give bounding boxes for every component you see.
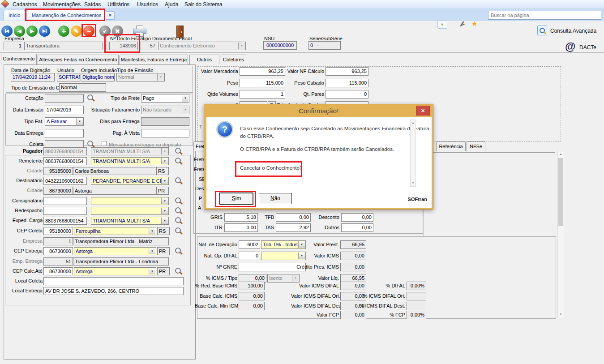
consignatario-dropdown[interactable]: ▼ [91, 197, 169, 205]
consignatario-code-field[interactable] [43, 197, 87, 205]
annotation-box-question [235, 161, 302, 177]
close-tab-icon[interactable]: ✖ [106, 11, 115, 20]
tipo-fat-dropdown[interactable]: A Faturar▼ [45, 117, 84, 126]
scroll-down-icon[interactable]: ▼ [410, 180, 416, 186]
exped-carga-dropdown[interactable]: TRAMONTINA MULTI S/A▼ [91, 217, 169, 225]
scroll-up-icon[interactable]: ▲ [410, 120, 416, 126]
cep-entrega-field[interactable]: 86730000 [43, 247, 73, 255]
empresa-dropdown[interactable]: Transportadora▼ [24, 42, 110, 50]
scroll-down-icon[interactable]: ▼ [558, 312, 564, 317]
tas-field[interactable]: 2,92 [276, 223, 311, 232]
chevron-down-icon: ▼ [161, 158, 168, 164]
search-icon[interactable] [174, 197, 183, 206]
dacte-icon[interactable]: @ [565, 40, 575, 53]
last-record-button[interactable]: ▶ [39, 26, 50, 37]
cep-entrega-uf: PR [157, 247, 170, 255]
local-coleta-field[interactable] [43, 277, 184, 285]
search-icon[interactable] [174, 176, 183, 185]
data-entrega-field[interactable] [45, 129, 84, 137]
nat-operacao-code-field[interactable]: 6002 [239, 240, 260, 249]
search-icon[interactable] [174, 147, 183, 156]
search-icon[interactable] [174, 227, 183, 236]
pagador-dropdown[interactable]: TRAMONTINA MULTI S/A▼ [91, 147, 169, 155]
close-icon[interactable]: ✕ [416, 106, 430, 116]
desconto-label: Desconto [313, 213, 339, 222]
peso-cubado-field[interactable]: 115,000 [326, 79, 368, 87]
tipo-doc-dropdown[interactable]: Conhecimento Eletronico▼ [158, 42, 246, 50]
pag-vista-field[interactable] [141, 129, 189, 137]
pin-icon[interactable] [459, 21, 465, 28]
menu-sair[interactable]: Sair do Sistema [184, 1, 223, 8]
advanced-search-icon[interactable] [537, 26, 547, 35]
tab-coletores[interactable]: Coletores [221, 55, 246, 64]
base-calc-min-icms-field: 0,00 [239, 302, 265, 310]
redespacho-dropdown[interactable]: ▼ [91, 207, 169, 215]
tab-conhecimento[interactable]: Conhecimento [1, 54, 37, 64]
nat-difal-code-field[interactable]: 0 [239, 252, 260, 260]
menu-cadastros[interactable]: Cadastros [13, 1, 37, 8]
star-icon[interactable]: ★ [471, 20, 477, 28]
exped-carga-code-field[interactable]: 88037668000154 [43, 217, 87, 225]
search-icon[interactable] [174, 216, 183, 225]
cotacao-label: Cotação [1, 94, 43, 103]
no-button[interactable]: Não [259, 193, 292, 204]
emp-entrega-label: Emp. Entrega [1, 257, 43, 266]
tab-referencia[interactable]: Referência [436, 141, 466, 151]
tab-manifestos[interactable]: Manifestos, Faturas e Entrega [120, 55, 188, 64]
annotation-box-sim [215, 191, 256, 207]
cidade-destinatario-label: Cidade [1, 186, 43, 195]
tab-alteracoes[interactable]: Alterações Feitas no Conhecimento [38, 55, 119, 64]
data-emissao-field[interactable]: 17/04/2019 [45, 106, 84, 114]
search-icon[interactable] [174, 206, 183, 215]
tfb-field[interactable]: 0,00 [276, 213, 311, 222]
cep-calc-field[interactable]: 86730000 [43, 267, 73, 275]
menu-saidas[interactable]: Saídas [84, 1, 101, 8]
emp-entrega-code: 51 [43, 257, 73, 266]
usuario-field: SOFTRAN [57, 73, 80, 81]
qt-pares-field[interactable]: 0 [326, 90, 368, 98]
scrollbar-thumb[interactable] [558, 158, 563, 226]
tab-outros[interactable]: Outros [189, 55, 219, 64]
menu-movimentacoes[interactable]: Movimentações [43, 1, 81, 8]
serie-field: 0 - [308, 41, 341, 50]
redespacho-code-field[interactable] [43, 207, 87, 215]
cep-coleta-dropdown[interactable]: Farroupilha▼ [74, 227, 156, 235]
destinatario-dropdown[interactable]: PERANDRE, PERANDRE E CIA LT▼ [91, 177, 169, 185]
local-entrega-field[interactable]: AV DR JOSE S. AZEVEDO, 266, CENTRO [43, 287, 184, 295]
edit-button[interactable]: ✎ [71, 26, 82, 37]
valor-nf-field[interactable]: 963,25 [326, 67, 368, 76]
search-icon[interactable] [174, 247, 183, 256]
dacte-label[interactable]: DACTe [579, 44, 596, 51]
next-record-button[interactable]: ▶ [26, 26, 38, 37]
search-icon[interactable] [174, 157, 183, 166]
desconto-field[interactable]: 0,00 [341, 213, 373, 222]
search-icon[interactable] [174, 267, 183, 276]
situacao-faturamento-dropdown[interactable]: Não faturado▼ [141, 106, 189, 114]
previous-record-button[interactable]: ◀ [14, 26, 25, 37]
menu-usuarios[interactable]: Usuários [137, 1, 158, 8]
outros-field[interactable]: 0,00 [341, 223, 373, 232]
add-button[interactable]: + [58, 26, 69, 37]
tipo-frete-dropdown[interactable]: Pago▼ [141, 94, 189, 103]
scroll-up-icon[interactable]: ▲ [558, 151, 564, 157]
first-record-button[interactable]: ◀ [1, 26, 13, 37]
favorites-icon[interactable]: ♥ [437, 21, 447, 29]
tipo-emissao-dropdown[interactable]: Normal▼ [116, 73, 165, 81]
chevron-down-icon: ▼ [149, 268, 155, 274]
tab-nfse[interactable]: NFSe [467, 141, 485, 151]
remetente-code-field[interactable]: 88037668000154 [43, 157, 87, 165]
dialog-scrollbar[interactable] [410, 120, 416, 187]
cep-coleta-field[interactable]: 95180000 [43, 227, 73, 235]
cotacao-field[interactable] [45, 94, 84, 103]
valor-icms-difal-ori-label: Valor ICMS DIFAL Ori. [291, 292, 339, 300]
consulta-avancada-label[interactable]: Consulta Avançada [550, 28, 596, 34]
search-input[interactable] [488, 11, 601, 20]
menu-utilitarios[interactable]: Utilitários [107, 1, 129, 8]
destinatario-code-field[interactable]: 04322106000162 [43, 177, 87, 185]
cep-entrega-dropdown[interactable]: Astorga▼ [74, 247, 156, 255]
menu-ajuda[interactable]: Ajuda [165, 1, 179, 8]
remetente-dropdown[interactable]: TRAMONTINA MULTI S/A▼ [91, 157, 169, 165]
cep-calc-dropdown[interactable]: Astorga▼ [74, 267, 156, 275]
mercadoria-checkbox[interactable] [102, 141, 107, 146]
tab-inicio[interactable]: Início [4, 10, 25, 21]
